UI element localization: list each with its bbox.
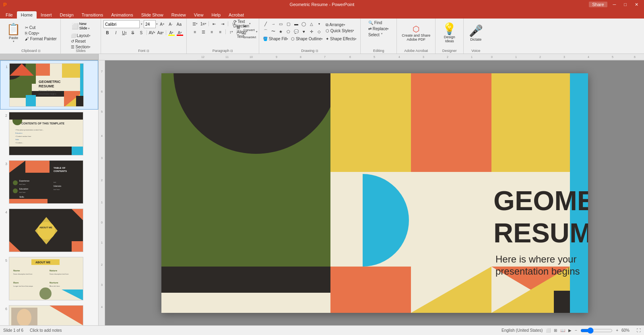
tab-animations[interactable]: Animations <box>107 11 137 19</box>
strikethrough-button[interactable]: S <box>129 29 137 36</box>
increase-indent-button[interactable]: ⇥ <box>219 20 227 27</box>
voice-group: 🎤 Dictate Voice <box>464 19 488 54</box>
decrease-font-button[interactable]: A- <box>167 21 175 28</box>
increase-font-button[interactable]: A+ <box>158 21 166 28</box>
fit-slide-button[interactable]: ⛶ <box>637 328 641 333</box>
bullets-button[interactable]: ☰ ▾ <box>191 20 199 27</box>
shape-line[interactable]: ╱ <box>262 20 270 27</box>
shape-effects-button[interactable]: ✦ Shape Effects ▾ <box>324 36 358 41</box>
shape-rounded-rect[interactable]: ▢ <box>285 20 293 27</box>
italic-button[interactable]: I <box>112 29 120 36</box>
underline-button[interactable]: U ▾ <box>120 29 128 36</box>
font-color-button[interactable]: A ▾ <box>176 29 184 36</box>
numbering-button[interactable]: 1≡ ▾ <box>199 20 207 27</box>
shape-star[interactable]: ★ <box>277 28 285 35</box>
canvas-area: 7 6 5 4 3 2 1 0 1 2 3 4 5 6 7 <box>99 60 644 325</box>
create-pdf-button[interactable]: ⬡ Create and ShareAdobe PDF <box>399 21 433 46</box>
font-case-button[interactable]: Aa ▾ <box>157 29 165 36</box>
tab-transitions[interactable]: Transitions <box>78 11 107 19</box>
layout-button[interactable]: ⬜ Layout ▾ <box>70 33 92 38</box>
select-button[interactable]: Select ˅ <box>367 32 384 37</box>
tab-home[interactable]: Home <box>17 11 37 19</box>
tab-design[interactable]: Design <box>56 11 78 19</box>
svg-text:9: 9 <box>276 56 277 58</box>
slide-canvas[interactable]: GEOMETRIC RESUME Here is where your pres… <box>161 73 588 313</box>
replace-button[interactable]: ⇄ Replace ▾ <box>367 26 390 31</box>
slide-thumb-6[interactable]: 6 A PICTURE ALWAYS <box>0 303 98 325</box>
zoom-slider[interactable] <box>580 328 613 333</box>
slide-thumb-5[interactable]: 5 ABOUT ME Name Some descriptive text he… <box>0 254 98 303</box>
view-reading-icon[interactable]: 📖 <box>560 328 565 333</box>
copy-button[interactable]: ⎘ Copy ▾ <box>24 31 58 36</box>
slide-panel: 1 <box>0 60 99 325</box>
char-spacing-button[interactable]: AV ▾ <box>148 29 156 36</box>
dictate-button[interactable]: 🎤 Dictate <box>466 21 485 46</box>
tab-file[interactable]: File <box>2 11 17 19</box>
shape-pentagon[interactable]: ⬠ <box>285 28 293 35</box>
view-sorter-icon[interactable]: ⊞ <box>554 328 557 333</box>
close-button[interactable]: ✕ <box>632 2 641 7</box>
font-name-input[interactable] <box>103 20 140 28</box>
svg-rect-46 <box>9 112 83 120</box>
title-bar-controls[interactable]: Share ─ □ ✕ <box>589 2 641 7</box>
shape-callout[interactable]: 💬 <box>292 28 300 35</box>
reset-button[interactable]: ↺ Reset <box>70 39 92 44</box>
highlight-button[interactable]: A ▾ <box>167 29 175 36</box>
shape-diamond[interactable]: ◇ <box>315 28 323 35</box>
paragraph-label: Paragraph ⊡ <box>213 49 233 53</box>
view-normal-icon[interactable]: ⬜ <box>546 328 551 333</box>
shape-cross[interactable]: ✛ <box>308 28 316 35</box>
shape-arrow[interactable]: → <box>269 20 277 27</box>
zoom-level[interactable]: 60% <box>621 328 634 333</box>
smartart-button[interactable]: ⇄ Convert to SmartArt ▾ <box>246 28 254 35</box>
slide-thumb-4[interactable]: 4 ABOUT ME <box>0 206 98 254</box>
find-button[interactable]: 🔍 Find <box>367 20 383 25</box>
bold-button[interactable]: B <box>103 29 111 36</box>
tab-view[interactable]: View <box>190 11 208 19</box>
shape-curve[interactable]: ⌒ <box>262 28 270 35</box>
svg-text:• First place presentation con: • First place presentation content here.… <box>15 129 44 131</box>
paste-button[interactable]: 📋 Paste ▾ <box>4 21 23 46</box>
font-size-input[interactable] <box>144 20 156 28</box>
slide-thumb-1[interactable]: 1 <box>0 60 98 110</box>
shape-rect2[interactable]: ▬ <box>292 20 300 27</box>
shape-more[interactable]: ▾ <box>315 20 323 27</box>
tab-insert[interactable]: Insert <box>37 11 56 19</box>
slide-thumb-3[interactable]: 3 TABLE OF CONTENTS Experience text here… <box>0 158 98 206</box>
zoom-in-button[interactable]: + <box>616 328 618 333</box>
shape-triangle[interactable]: △ <box>308 20 316 27</box>
minimize-button[interactable]: ─ <box>611 2 619 7</box>
shape-fill-button[interactable]: 🪣 Shape Fill ▾ <box>262 36 289 41</box>
align-left-button[interactable]: ≡ <box>191 28 199 35</box>
quick-styles-button[interactable]: ⬡ Quick Styles ▾ <box>324 28 355 33</box>
shape-heart[interactable]: ♥ <box>300 28 308 35</box>
tab-slideshow[interactable]: Slide Show <box>137 11 167 19</box>
tab-review[interactable]: Review <box>167 11 190 19</box>
new-slide-button[interactable]: ⬜ New Slide ▾ <box>69 20 93 32</box>
clear-format-button[interactable]: Aa <box>175 21 183 28</box>
tab-help[interactable]: Help <box>207 11 225 19</box>
arrange-button[interactable]: ⧉ Arrange ▾ <box>324 22 355 28</box>
svg-text:5: 5 <box>612 56 613 58</box>
notes-label[interactable]: Click to add notes <box>30 328 62 333</box>
format-painter-button[interactable]: 🖌 Format Painter <box>24 36 58 41</box>
view-slideshow-icon[interactable]: ▶ <box>568 328 572 333</box>
decrease-indent-button[interactable]: ⇤ <box>210 20 218 27</box>
center-button[interactable]: ☰ <box>199 28 207 35</box>
shape-outline-button[interactable]: ⬡ Shape Outline ▾ <box>290 36 324 41</box>
tab-acrobat[interactable]: Acrobat <box>225 11 248 19</box>
slide-thumb-2[interactable]: 2 CONTENTS OF THIS TEMPLATE • First plac… <box>0 110 98 158</box>
line-spacing-button[interactable]: ↕ ▾ <box>227 28 235 35</box>
cut-button[interactable]: ✂ Cut <box>24 25 58 30</box>
zoom-out-button[interactable]: − <box>575 328 577 333</box>
shape-freeform[interactable]: 〜 <box>269 28 277 35</box>
shape-rect[interactable]: ▭ <box>277 20 285 27</box>
svg-text:Education: Education <box>15 132 23 134</box>
shadow-button[interactable]: S <box>137 29 145 36</box>
align-right-button[interactable]: ≡ <box>208 28 216 35</box>
maximize-button[interactable]: □ <box>621 2 629 7</box>
share-button[interactable]: Share <box>589 2 607 7</box>
design-ideas-button[interactable]: 💡 DesignIdeas <box>440 21 459 46</box>
shape-oval[interactable]: ◯ <box>300 20 308 27</box>
justify-button[interactable]: ≡ <box>216 28 224 35</box>
